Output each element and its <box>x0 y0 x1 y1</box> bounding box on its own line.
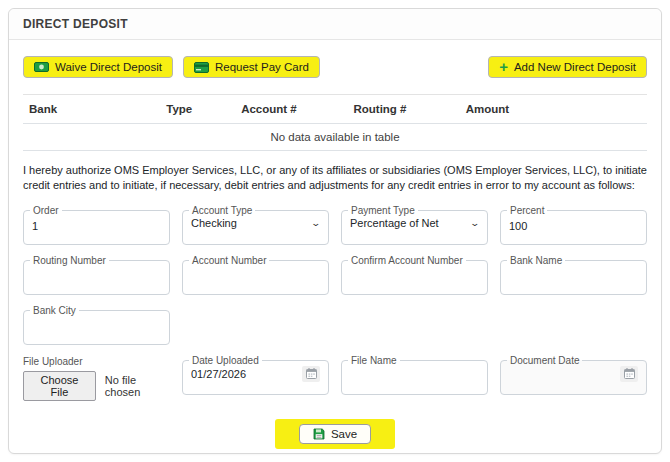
direct-deposit-form: Order Account Type Checking ⌄ Payment Ty… <box>23 205 647 401</box>
payment-type-value: Percentage of Net <box>350 217 439 229</box>
table-header-row: Bank Type Account # Routing # Amount <box>23 95 647 124</box>
direct-deposit-panel: DIRECT DEPOSIT Waive Direct Deposit Requ… <box>8 8 662 454</box>
order-label: Order <box>30 205 62 216</box>
direct-deposit-table: Bank Type Account # Routing # Amount No … <box>23 94 647 151</box>
column-header-type: Type <box>160 95 235 124</box>
account-type-value: Checking <box>191 217 237 229</box>
plus-icon: + <box>499 62 508 72</box>
calendar-icon <box>306 368 317 379</box>
account-type-select[interactable]: Checking ⌄ <box>191 217 320 229</box>
save-highlight: Save <box>275 419 395 449</box>
percent-label: Percent <box>507 205 547 216</box>
routing-number-input[interactable] <box>32 270 161 282</box>
column-header-amount: Amount <box>460 95 647 124</box>
confirm-account-number-field: Confirm Account Number <box>341 255 488 295</box>
waive-direct-deposit-button[interactable]: Waive Direct Deposit <box>23 56 173 78</box>
bank-name-label: Bank Name <box>507 255 565 266</box>
page-title: DIRECT DEPOSIT <box>23 17 128 31</box>
calendar-icon <box>624 368 635 379</box>
bank-city-input[interactable] <box>32 320 161 332</box>
add-new-direct-deposit-label: Add New Direct Deposit <box>514 61 636 73</box>
date-uploaded-calendar-button[interactable] <box>302 366 320 382</box>
date-uploaded-input[interactable] <box>191 368 298 380</box>
column-header-bank: Bank <box>23 95 160 124</box>
request-pay-card-label: Request Pay Card <box>215 61 309 73</box>
routing-number-field: Routing Number <box>23 255 170 295</box>
file-uploader-field: File Uploader Choose File No file chosen <box>23 355 170 401</box>
order-input[interactable] <box>32 220 161 232</box>
add-new-direct-deposit-button[interactable]: + Add New Direct Deposit <box>488 56 647 78</box>
document-date-calendar-button[interactable] <box>620 366 638 382</box>
payment-type-label: Payment Type <box>348 205 418 216</box>
account-number-label: Account Number <box>189 255 269 266</box>
confirm-account-number-input[interactable] <box>350 270 479 282</box>
percent-input[interactable] <box>509 220 638 232</box>
document-date-label: Document Date <box>507 355 582 366</box>
authorization-text: I hereby authorize OMS Employer Services… <box>23 163 647 193</box>
bank-name-field: Bank Name <box>500 255 647 295</box>
column-header-routing: Routing # <box>347 95 459 124</box>
bank-city-field: Bank City <box>23 305 170 345</box>
date-uploaded-label: Date Uploaded <box>189 355 262 366</box>
request-pay-card-button[interactable]: Request Pay Card <box>183 56 320 78</box>
file-name-label: File Name <box>348 355 400 366</box>
chevron-down-icon: ⌄ <box>470 218 481 228</box>
document-date-input[interactable] <box>509 368 616 380</box>
table-empty-message: No data available in table <box>23 124 647 151</box>
panel-header: DIRECT DEPOSIT <box>9 9 661 40</box>
waive-direct-deposit-label: Waive Direct Deposit <box>55 61 162 73</box>
column-header-account: Account # <box>235 95 347 124</box>
toolbar: Waive Direct Deposit Request Pay Card + … <box>23 56 647 78</box>
date-uploaded-field: Date Uploaded <box>182 355 329 395</box>
chevron-down-icon: ⌄ <box>311 218 322 228</box>
table-empty-row: No data available in table <box>23 124 647 151</box>
banknote-icon <box>34 62 49 72</box>
panel-body: Waive Direct Deposit Request Pay Card + … <box>9 40 661 461</box>
document-date-field: Document Date <box>500 355 647 395</box>
credit-card-icon <box>194 62 209 73</box>
bank-name-input[interactable] <box>509 270 638 282</box>
choose-file-button[interactable]: Choose File <box>23 371 96 401</box>
save-label: Save <box>331 428 357 440</box>
file-uploader-status: No file chosen <box>105 374 170 398</box>
save-row: Save <box>23 419 647 449</box>
account-number-field: Account Number <box>182 255 329 295</box>
file-name-field: File Name <box>341 355 488 395</box>
confirm-account-number-label: Confirm Account Number <box>348 255 466 266</box>
save-button[interactable]: Save <box>299 424 371 444</box>
file-uploader-label: File Uploader <box>23 356 170 367</box>
bank-city-label: Bank City <box>30 305 79 316</box>
payment-type-field: Payment Type Percentage of Net ⌄ <box>341 205 488 245</box>
account-type-field: Account Type Checking ⌄ <box>182 205 329 245</box>
account-type-label: Account Type <box>189 205 255 216</box>
order-field: Order <box>23 205 170 245</box>
payment-type-select[interactable]: Percentage of Net ⌄ <box>350 217 479 229</box>
percent-field: Percent <box>500 205 647 245</box>
save-icon <box>313 428 325 440</box>
routing-number-label: Routing Number <box>30 255 109 266</box>
file-name-input[interactable] <box>350 370 479 382</box>
account-number-input[interactable] <box>191 270 320 282</box>
